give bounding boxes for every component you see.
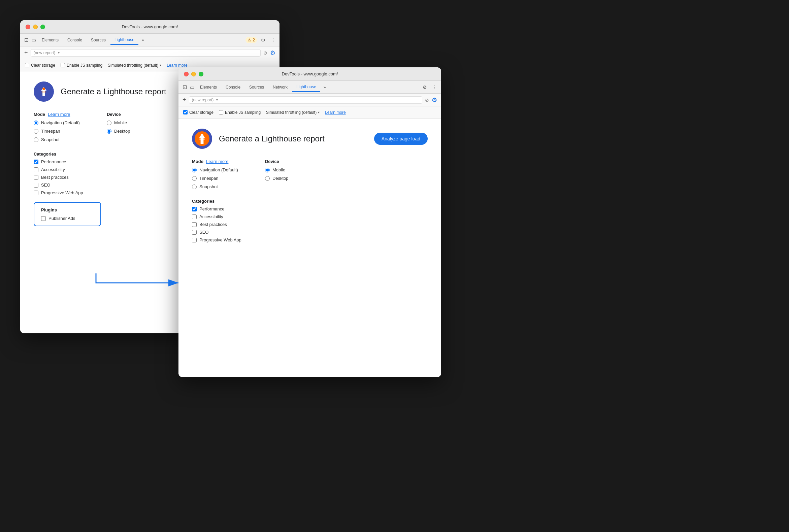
more-options-icon-1[interactable]: ⋮ <box>269 36 277 44</box>
devtools-tabs-2: ⊡ ▭ Elements Console Sources Network Lig… <box>179 81 441 94</box>
device-icon-1[interactable]: ▭ <box>30 37 37 43</box>
maximize-button-1[interactable] <box>40 24 45 29</box>
report-cancel-1[interactable]: ⊘ <box>263 50 267 56</box>
report-selector-2[interactable]: (new report) ▾ <box>189 96 422 104</box>
mode-navigation-radio-2[interactable] <box>192 168 197 172</box>
device-mobile-1[interactable]: Mobile <box>107 120 130 125</box>
enable-js-checkbox-2[interactable] <box>219 110 223 114</box>
cat-seo-checkbox-2[interactable] <box>192 230 197 235</box>
learn-more-link-2[interactable]: Learn more <box>325 110 345 115</box>
tab-network-2[interactable]: Network <box>269 83 292 92</box>
more-options-icon-2[interactable]: ⋮ <box>431 83 438 91</box>
plugin-publisher-ads-1[interactable]: Publisher Ads <box>41 216 94 221</box>
throttle-arrow-2[interactable]: ▾ <box>318 111 320 114</box>
settings-icon-2[interactable]: ⚙ <box>421 83 428 91</box>
learn-more-link-1[interactable]: Learn more <box>167 63 187 68</box>
report-title-1: Generate a Lighthouse report <box>61 87 166 96</box>
tab-sources-2[interactable]: Sources <box>245 83 268 92</box>
mode-learn-more-2[interactable]: Learn more <box>206 159 228 164</box>
cat-best-practices-2[interactable]: Best practices <box>192 222 428 227</box>
gear-icon-2[interactable]: ⚙ <box>432 96 437 104</box>
mode-snapshot-radio-2[interactable] <box>192 185 197 189</box>
traffic-lights-2 <box>184 72 203 76</box>
device-mobile-2[interactable]: Mobile <box>265 167 288 172</box>
cat-seo-checkbox-1[interactable] <box>34 183 38 188</box>
throttle-option-1: Simulated throttling (default) ▾ <box>108 63 161 68</box>
tab-lighthouse-2[interactable]: Lighthouse <box>292 82 320 92</box>
close-button-2[interactable] <box>184 72 189 76</box>
mode-snapshot-1[interactable]: Snapshot <box>34 137 80 142</box>
device-desktop-radio-1[interactable] <box>107 129 111 134</box>
mode-navigation-2[interactable]: Navigation (Default) <box>192 167 238 172</box>
tab-elements-2[interactable]: Elements <box>196 83 221 92</box>
minimize-button-2[interactable] <box>191 72 196 76</box>
mode-timespan-2[interactable]: Timespan <box>192 176 238 181</box>
plugin-publisher-ads-checkbox-1[interactable] <box>41 216 46 221</box>
device-mobile-radio-1[interactable] <box>107 120 111 125</box>
svg-point-1 <box>42 88 45 90</box>
cat-performance-2[interactable]: Performance <box>192 206 428 211</box>
device-desktop-radio-2[interactable] <box>265 176 270 181</box>
tab-more-1[interactable]: » <box>139 36 147 44</box>
report-selector-1[interactable]: (new report) ▾ <box>31 49 261 57</box>
mode-label-2: Mode Learn more <box>192 159 238 164</box>
cat-performance-checkbox-1[interactable] <box>34 159 38 164</box>
device-mobile-radio-2[interactable] <box>265 168 270 172</box>
cat-performance-checkbox-2[interactable] <box>192 207 197 211</box>
cat-pwa-checkbox-1[interactable] <box>34 191 38 195</box>
throttle-option-2: Simulated throttling (default) ▾ <box>266 110 320 115</box>
enable-js-option-1[interactable]: Enable JS sampling <box>61 63 102 68</box>
device-label-1: Device <box>107 112 130 117</box>
clear-storage-checkbox-2[interactable] <box>183 110 188 114</box>
inspector-icon-2[interactable]: ⊡ <box>181 84 188 91</box>
tab-more-2[interactable]: » <box>321 83 329 91</box>
analyze-page-load-button[interactable]: Analyze page load <box>374 133 428 145</box>
tab-sources-1[interactable]: Sources <box>87 36 110 44</box>
enable-js-option-2[interactable]: Enable JS sampling <box>219 110 261 115</box>
report-cancel-2[interactable]: ⊘ <box>425 97 429 103</box>
tab-console-1[interactable]: Console <box>63 36 86 44</box>
plugins-title-1: Plugins <box>41 207 94 212</box>
mode-snapshot-radio-1[interactable] <box>34 137 38 142</box>
device-desktop-2[interactable]: Desktop <box>265 176 288 181</box>
mode-snapshot-2[interactable]: Snapshot <box>192 184 238 189</box>
mode-learn-more-1[interactable]: Learn more <box>48 112 70 117</box>
report-title-2: Generate a Lighthouse report <box>219 134 325 144</box>
svg-point-3 <box>201 134 204 137</box>
close-button-1[interactable] <box>25 24 30 29</box>
tab-console-2[interactable]: Console <box>222 83 244 92</box>
mode-timespan-1[interactable]: Timespan <box>34 129 80 134</box>
tab-elements-1[interactable]: Elements <box>38 36 63 44</box>
new-report-plus-1[interactable]: + <box>24 49 28 56</box>
tab-lighthouse-1[interactable]: Lighthouse <box>110 35 138 45</box>
cat-accessibility-checkbox-1[interactable] <box>34 167 38 172</box>
device-desktop-1[interactable]: Desktop <box>107 129 130 134</box>
cat-best-practices-checkbox-1[interactable] <box>34 175 38 180</box>
device-icon-2[interactable]: ▭ <box>189 84 195 91</box>
mode-timespan-radio-1[interactable] <box>34 129 38 134</box>
device-col-2: Device Mobile Desktop <box>265 159 288 189</box>
clear-storage-option-2[interactable]: Clear storage <box>183 110 213 115</box>
mode-navigation-1[interactable]: Navigation (Default) <box>34 120 80 125</box>
report-selector-arrow-2: ▾ <box>216 98 218 102</box>
new-report-plus-2[interactable]: + <box>183 96 186 103</box>
dt-icons-right-1: ⚠ 2 ⚙ ⋮ <box>245 36 277 44</box>
inspector-icon-1[interactable]: ⊡ <box>23 37 30 43</box>
gear-icon-1[interactable]: ⚙ <box>270 49 276 57</box>
settings-icon-1[interactable]: ⚙ <box>260 36 267 44</box>
minimize-button-1[interactable] <box>33 24 38 29</box>
enable-js-checkbox-1[interactable] <box>61 63 65 67</box>
mode-navigation-radio-1[interactable] <box>34 120 38 125</box>
maximize-button-2[interactable] <box>199 72 203 76</box>
cat-accessibility-2[interactable]: Accessibility <box>192 214 428 219</box>
cat-best-practices-checkbox-2[interactable] <box>192 222 197 227</box>
cat-accessibility-checkbox-2[interactable] <box>192 214 197 219</box>
cat-seo-2[interactable]: SEO <box>192 230 428 235</box>
mode-timespan-radio-2[interactable] <box>192 176 197 181</box>
mode-col-2: Mode Learn more Navigation (Default) Tim… <box>192 159 238 189</box>
cat-pwa-2[interactable]: Progressive Web App <box>192 238 428 243</box>
cat-pwa-checkbox-2[interactable] <box>192 238 197 243</box>
throttle-arrow-1[interactable]: ▾ <box>159 63 161 67</box>
clear-storage-option-1[interactable]: Clear storage <box>25 63 55 68</box>
clear-storage-checkbox-1[interactable] <box>25 63 29 67</box>
